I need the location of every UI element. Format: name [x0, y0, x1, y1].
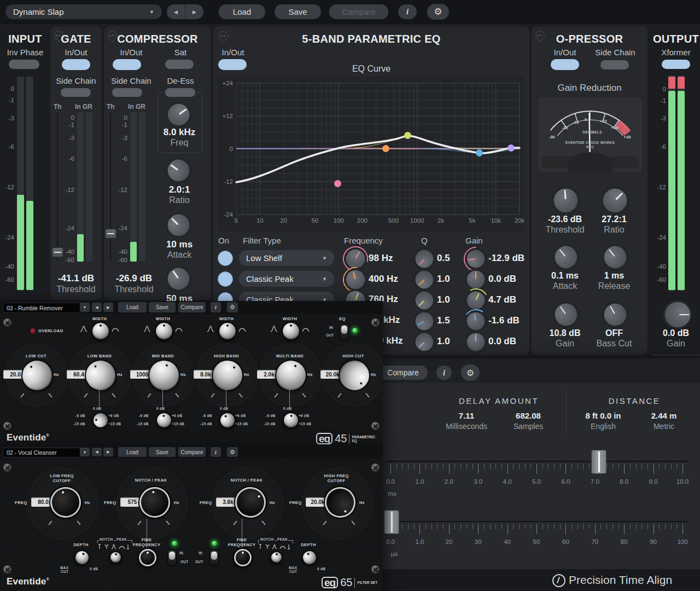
delay-ms-value[interactable]: 7.11: [439, 411, 494, 420]
distance-metric-value[interactable]: 2.44 m: [637, 411, 691, 420]
gate-sidechain-toggle[interactable]: [61, 88, 91, 97]
opressor-basscut-value[interactable]: OFF: [590, 328, 639, 338]
eq45-settings-button[interactable]: ⚙: [227, 302, 238, 312]
eq-row2-gain-value[interactable]: 0.0 dB: [488, 274, 516, 285]
comp-inout-toggle[interactable]: [113, 59, 141, 70]
eq65-preset-dropdown-button[interactable]: ▼: [80, 448, 90, 456]
gate-inout-toggle[interactable]: [62, 59, 90, 70]
compare-button[interactable]: Compare: [329, 4, 388, 19]
eq-row2-filter-select[interactable]: Classic Peak ▼: [239, 271, 334, 287]
eq-row1-gain-value[interactable]: -12.9 dB: [488, 253, 524, 264]
comp-attack-value[interactable]: 10 ms: [158, 239, 201, 250]
opressor-gain-value[interactable]: 10.8 dB: [540, 328, 590, 338]
opressor-attack-value[interactable]: 0.1 ms: [540, 271, 590, 281]
eq-row4-freq-value[interactable]: kHz: [383, 315, 400, 326]
eq-row5-gain-knob[interactable]: [466, 332, 486, 352]
width-knob-3[interactable]: [218, 322, 237, 340]
eq45-prev-button[interactable]: ◀: [92, 303, 102, 312]
output-gain-knob[interactable]: [664, 301, 691, 328]
eq65-inout-toggle-left[interactable]: [167, 550, 177, 566]
us-slider-track[interactable]: [387, 521, 688, 522]
eq45-preset-dropdown-button[interactable]: ▼: [80, 303, 90, 312]
comp-ratio-value[interactable]: 2.0:1: [158, 184, 201, 195]
eq-row4-q-value[interactable]: 1.5: [437, 315, 450, 326]
eq45-next-button[interactable]: ▶: [103, 303, 113, 312]
eq-row2-gain-knob[interactable]: [466, 270, 486, 289]
fine-frequency-knob-left[interactable]: [139, 549, 156, 566]
load-button[interactable]: Load: [219, 4, 265, 19]
us-slider-handle[interactable]: [384, 510, 399, 534]
eq65-info-button[interactable]: i: [211, 447, 221, 457]
comp-sat-toggle[interactable]: [165, 60, 194, 69]
preset-next-button[interactable]: ▶: [185, 4, 203, 19]
eq-row4-gain-value[interactable]: -1.6 dB: [488, 315, 520, 326]
eq65-compare-button[interactable]: Compare: [178, 447, 206, 457]
gate-threshold-value[interactable]: -41.1 dB: [50, 273, 102, 284]
opressor-inout-toggle[interactable]: [551, 59, 579, 70]
opressor-sidechain-toggle[interactable]: [600, 60, 629, 69]
eq-row2-freq-value[interactable]: 400 Hz: [369, 274, 398, 285]
eq45-preset-selector[interactable]: 03 - Rumble Remover: [3, 303, 81, 313]
eq-row1-filter-select[interactable]: Low Shelf ▼: [239, 250, 334, 266]
distance-english-value[interactable]: 8 ft 0.0 in: [576, 411, 631, 420]
eq-row5-gain-value[interactable]: 0.0 dB: [488, 336, 516, 347]
opressor-ratio-value[interactable]: 27.2:1: [590, 215, 639, 224]
width-knob-4[interactable]: [282, 322, 300, 340]
deess-freq-value[interactable]: 8.0 kHz: [158, 127, 201, 138]
gate-threshold-slider-track[interactable]: [57, 112, 58, 262]
eq-row1-on-toggle[interactable]: [218, 251, 233, 266]
eq-row5-q-value[interactable]: 1.0: [437, 336, 450, 347]
eq-row3-gain-value[interactable]: 4.7 dB: [488, 294, 516, 305]
eq-row1-q-value[interactable]: 0.5: [437, 253, 450, 264]
eq45-compare-button[interactable]: Compare: [178, 302, 206, 312]
eq-band4-handle[interactable]: [476, 149, 483, 157]
notch-peak-selector-left[interactable]: [109, 551, 122, 564]
eq-band2-handle[interactable]: [382, 145, 389, 152]
eq65-prev-button[interactable]: ◀: [92, 448, 102, 456]
eq65-inout-toggle-right[interactable]: [209, 550, 219, 566]
pta-settings-button[interactable]: ⚙: [461, 364, 480, 381]
comp-sidechain-toggle[interactable]: [112, 88, 142, 97]
comp-threshold-slider-track[interactable]: [110, 112, 111, 262]
xformer-toggle[interactable]: [662, 60, 690, 69]
eq-band1-handle[interactable]: [334, 180, 341, 187]
notch-peak-selector-right[interactable]: [270, 551, 283, 564]
eq-row1-freq-value[interactable]: 98 Hz: [369, 253, 393, 264]
eq65-load-button[interactable]: Load: [118, 447, 147, 457]
opressor-threshold-value[interactable]: -23.6 dB: [540, 215, 590, 224]
save-button[interactable]: Save: [275, 4, 321, 19]
eq65-settings-button[interactable]: ⚙: [227, 447, 238, 457]
preset-selector[interactable]: Dynamic Slap ▼: [5, 4, 162, 19]
eq-row2-q-value[interactable]: 1.0: [437, 274, 450, 285]
eq-curve-graph[interactable]: +24 +12 0 -12 -24 510205010020050010002k…: [218, 77, 524, 231]
comp-sidechain-label: Side Chain: [104, 76, 159, 85]
eq65-next-button[interactable]: ▶: [103, 448, 113, 456]
fine-frequency-knob-right[interactable]: [234, 549, 252, 566]
eq65-preset-selector[interactable]: 02 - Vocal Cleanser: [3, 448, 81, 457]
pta-info-button[interactable]: i: [436, 366, 452, 380]
comp-deess-toggle[interactable]: [165, 88, 195, 97]
width-knob-2[interactable]: [155, 322, 173, 340]
output-gain-value[interactable]: 0.0 dB: [652, 328, 700, 338]
eq-band5-handle[interactable]: [508, 144, 515, 152]
eq45-info-button[interactable]: i: [211, 302, 221, 312]
distance-english-label: English: [576, 422, 631, 431]
eq45-load-button[interactable]: Load: [118, 302, 147, 312]
inv-phase-toggle[interactable]: [9, 60, 39, 69]
eq65-save-button[interactable]: Save: [149, 447, 176, 457]
ms-slider-track[interactable]: [387, 461, 688, 462]
ms-slider-handle[interactable]: [591, 450, 606, 474]
comp-threshold-value[interactable]: -26.9 dB: [104, 273, 164, 284]
preset-prev-button[interactable]: ◀: [167, 4, 185, 19]
eq45-save-button[interactable]: Save: [149, 302, 176, 312]
width-knob-1[interactable]: [91, 322, 110, 340]
info-button[interactable]: i: [398, 4, 417, 19]
settings-button[interactable]: ⚙: [427, 4, 449, 20]
eq45-inout-toggle[interactable]: [340, 324, 349, 340]
pta-compare-button[interactable]: Compare: [383, 366, 428, 380]
eq-band3-handle[interactable]: [404, 132, 411, 139]
eq-row2-on-toggle[interactable]: [218, 271, 233, 287]
opressor-release-value[interactable]: 1 ms: [590, 271, 639, 281]
delay-samples-value[interactable]: 682.08: [501, 411, 556, 420]
eq-row3-q-value[interactable]: 1.0: [437, 294, 450, 305]
